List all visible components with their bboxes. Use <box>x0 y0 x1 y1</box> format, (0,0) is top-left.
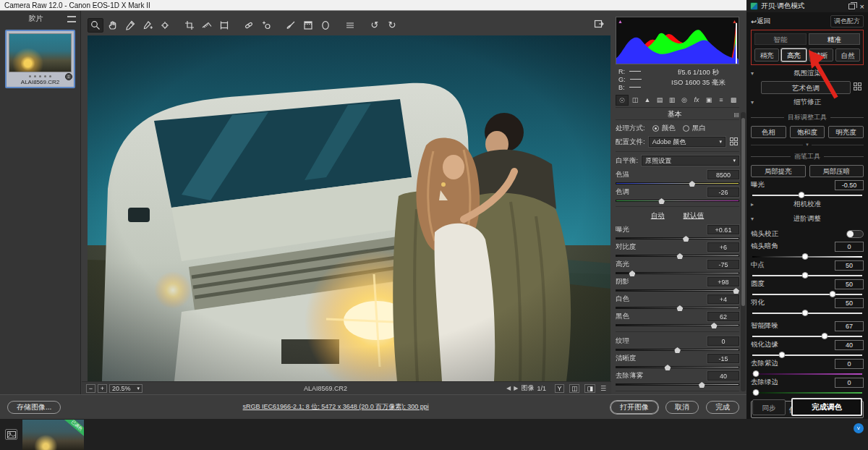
color-radio[interactable] <box>652 125 659 132</box>
slider-thumb[interactable] <box>676 253 683 259</box>
straighten-tool-icon[interactable] <box>199 18 215 33</box>
slider-thumb[interactable] <box>664 365 671 370</box>
preset-button-清晰[interactable]: 清晰 <box>809 48 833 61</box>
filmstrip-thumbnail[interactable]: ≡ ALAI8569.CR2 <box>5 30 75 88</box>
rating-dots[interactable]: ≡ <box>9 75 72 77</box>
window-titlebar[interactable]: Camera Raw 12.0 - Canon EOS-1D X Mark II <box>0 0 746 11</box>
save-image-button[interactable]: 存储图像... <box>7 401 61 414</box>
fullscreen-toggle-icon[interactable] <box>591 17 607 31</box>
swap-settings-button[interactable]: ◨ <box>584 384 595 393</box>
tab-calibration[interactable]: ▣ <box>703 95 715 106</box>
slider-track[interactable] <box>752 355 862 356</box>
preferences-list-tool-icon[interactable] <box>342 18 358 33</box>
open-image-button[interactable]: 打开图像 <box>610 401 658 414</box>
slider-thumb[interactable] <box>779 352 786 358</box>
slider-value-input[interactable]: 40 <box>835 340 864 350</box>
slider-value-input[interactable]: -75 <box>707 260 739 269</box>
default-link[interactable]: 默认值 <box>684 211 705 221</box>
section-ambience[interactable]: ▾氛围渲染 <box>751 67 864 80</box>
workflow-options-link[interactable]: sRGB IEC61966-2.1; 8 位; 5472 x 3648 (20.… <box>61 402 610 412</box>
slider-thumb[interactable] <box>752 389 759 396</box>
panel-scrollbar[interactable] <box>741 112 746 391</box>
tab-split-toning[interactable]: ▥ <box>666 95 678 106</box>
slider-thumb[interactable] <box>699 382 705 388</box>
sync-button[interactable]: 同步 <box>752 399 786 415</box>
slider-value-input[interactable]: 0 <box>835 359 864 369</box>
slider-track[interactable] <box>752 294 862 295</box>
preset-button-高亮[interactable]: 高亮 <box>781 48 806 61</box>
finish-grading-button[interactable]: 完成调色 <box>791 398 862 416</box>
photo-preview[interactable] <box>88 35 610 381</box>
close-icon[interactable]: × <box>860 3 864 10</box>
notification-badge-icon[interactable]: v <box>854 423 864 433</box>
exposure-track[interactable] <box>752 195 862 196</box>
thumbnail-image[interactable] <box>9 33 72 72</box>
slider-thumb[interactable] <box>629 271 635 276</box>
slider-value-input[interactable]: 8500 <box>707 170 739 179</box>
red-eye-tool-icon[interactable] <box>258 18 274 33</box>
preset-button-自然[interactable]: 自然 <box>835 48 860 61</box>
slider-value-input[interactable]: +0.61 <box>707 225 739 234</box>
tab-snapshots[interactable]: ▩ <box>728 95 739 106</box>
rotate-right-tool-icon[interactable]: ↻ <box>384 18 400 33</box>
slider-track[interactable] <box>616 383 739 386</box>
next-image-button[interactable]: ▶ <box>514 385 518 391</box>
slider-track[interactable] <box>752 256 862 258</box>
color-sampler-tool-icon[interactable] <box>140 18 156 33</box>
before-after-cycle-button[interactable]: Y <box>555 384 564 393</box>
bw-radio[interactable] <box>683 125 689 132</box>
wb-select[interactable]: 原照设置▾ <box>642 156 739 166</box>
recipe-button[interactable]: 调色配方 <box>830 15 864 27</box>
exposure-thumb[interactable] <box>799 192 805 198</box>
slider-thumb[interactable] <box>801 272 808 279</box>
auto-link[interactable]: 自动 <box>651 211 665 221</box>
tab-presets[interactable]: ≡ <box>715 95 727 106</box>
split-view-button[interactable]: ◫ <box>569 384 580 393</box>
slider-value-input[interactable]: +98 <box>707 277 739 286</box>
slider-thumb[interactable] <box>683 236 689 242</box>
slider-track[interactable] <box>616 349 739 351</box>
tab-detail[interactable]: ▲ <box>642 95 653 106</box>
done-button[interactable]: 完成 <box>706 401 739 414</box>
brush-button-局部提亮[interactable]: 局部提亮 <box>751 165 806 177</box>
tab-hsl[interactable]: ▤ <box>654 95 665 106</box>
slider-track[interactable] <box>752 373 862 375</box>
tab-tone-curve[interactable]: ◫ <box>629 95 641 106</box>
back-arrow-icon[interactable]: ↩ <box>751 17 757 25</box>
graduated-filter-tool-icon[interactable] <box>300 18 316 33</box>
slider-value-input[interactable]: 50 <box>835 298 864 308</box>
slider-track[interactable] <box>752 275 862 276</box>
panel-menu-icon[interactable]: ▤ <box>733 111 739 118</box>
slider-track[interactable] <box>616 307 739 309</box>
image-list-icon[interactable] <box>5 429 17 440</box>
zoom-level-select[interactable]: 20.5%▾ <box>109 384 142 393</box>
slider-track[interactable] <box>616 272 739 274</box>
zoom-tool-icon[interactable] <box>88 18 103 33</box>
rotate-left-tool-icon[interactable]: ↺ <box>367 18 383 33</box>
art-tone-button[interactable]: 艺术色调 <box>761 81 851 94</box>
transform-tool-icon[interactable] <box>216 18 232 33</box>
slider-track[interactable] <box>616 182 739 184</box>
slider-thumb[interactable] <box>829 291 835 297</box>
slider-track[interactable] <box>616 366 739 368</box>
art-presets-grid-icon[interactable] <box>854 82 864 93</box>
tab-effects[interactable]: fx <box>691 95 702 106</box>
back-button[interactable]: 返回 <box>757 17 770 26</box>
slider-value-input[interactable]: 50 <box>835 279 864 289</box>
slider-track[interactable] <box>616 237 739 239</box>
radial-filter-tool-icon[interactable] <box>318 18 333 33</box>
slider-track[interactable] <box>752 336 862 337</box>
restore-window-icon[interactable] <box>848 4 855 9</box>
plugin-tab-精准[interactable]: 精准 <box>809 33 861 45</box>
slider-thumb[interactable] <box>711 323 718 328</box>
slider-value-input[interactable]: +6 <box>707 242 739 252</box>
section-advanced[interactable]: ▾进阶调整 <box>751 213 864 225</box>
filmstrip-menu-icon[interactable] <box>67 16 76 22</box>
slider-value-input[interactable]: +4 <box>707 294 739 304</box>
slider-track[interactable] <box>616 200 739 202</box>
section-detail-fix[interactable]: ▾细节修正 <box>751 96 864 109</box>
shadow-clipping-icon[interactable]: ▲ <box>617 18 624 25</box>
hand-tool-icon[interactable] <box>105 18 121 33</box>
exposure-value[interactable]: -0.50 <box>835 180 864 190</box>
target-adjust-tool-icon[interactable] <box>157 18 173 33</box>
